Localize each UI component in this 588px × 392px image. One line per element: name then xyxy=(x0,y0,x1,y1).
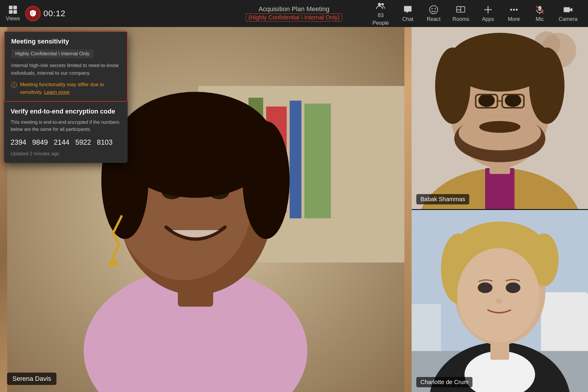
grid-icon xyxy=(8,5,18,14)
svg-rect-2 xyxy=(9,10,13,14)
sensitivity-description: Internal high-risk secrets limited to ne… xyxy=(11,62,121,77)
babak-video-background xyxy=(412,27,588,209)
sensitivity-warning: ⓘ Meeting functionality may differ due t… xyxy=(11,81,121,96)
code-3: 2144 xyxy=(54,138,69,146)
rooms-label: Rooms xyxy=(452,16,469,22)
react-button[interactable]: React xyxy=(422,2,445,25)
code-4: 5922 xyxy=(75,138,91,146)
people-button[interactable]: 83 People xyxy=(368,0,394,29)
views-button[interactable]: Views xyxy=(6,5,20,22)
encryption-codes: 2394 9849 2144 5922 8103 xyxy=(11,138,121,146)
svg-point-9 xyxy=(435,8,436,9)
sensitivity-title: Meeting sensitivity xyxy=(11,38,121,45)
chat-label: Chat xyxy=(402,16,413,22)
svg-rect-45 xyxy=(485,168,514,209)
chat-button[interactable]: Chat xyxy=(396,2,420,25)
svg-rect-1 xyxy=(13,6,17,9)
svg-point-50 xyxy=(479,121,520,133)
meeting-timer-wrap: ! 00:12 xyxy=(25,6,66,21)
top-bar-center: Acquisition Plan Meeting (Highly Confide… xyxy=(246,5,342,21)
people-icon xyxy=(376,1,386,11)
svg-point-5 xyxy=(378,3,381,6)
info-icon: ⓘ xyxy=(11,81,17,89)
svg-point-51 xyxy=(478,94,495,107)
rooms-button[interactable]: Rooms xyxy=(448,2,474,25)
svg-rect-0 xyxy=(9,6,13,9)
warning-text: Meeting functionality may differ due to … xyxy=(20,81,121,96)
svg-point-15 xyxy=(510,9,512,10)
svg-point-58 xyxy=(529,48,564,124)
top-bar-right: 83 People Chat React xyxy=(368,0,582,29)
top-bar-left: Views ! 00:12 xyxy=(6,5,66,22)
sensitivity-badge: (Highly Confidential \ Internal Only) xyxy=(246,14,342,21)
encryption-description: This meeting is end-to-end encrypted if … xyxy=(11,119,121,133)
react-label: React xyxy=(427,16,440,22)
more-icon xyxy=(509,5,519,15)
learn-more-link[interactable]: Learn more xyxy=(44,89,70,95)
svg-point-6 xyxy=(381,3,384,6)
apps-plus-icon xyxy=(483,5,493,15)
mic-muted-icon xyxy=(535,5,545,15)
svg-text:!: ! xyxy=(31,12,33,16)
sensitivity-section: Meeting sensitivity Highly Confidential … xyxy=(4,31,128,102)
svg-point-74 xyxy=(478,283,492,293)
apps-label: Apps xyxy=(482,16,494,22)
main-speaker-label: Serena Davis xyxy=(7,373,56,385)
svg-point-38 xyxy=(243,121,290,239)
chat-icon xyxy=(403,5,413,15)
camera-icon xyxy=(563,5,573,15)
svg-point-73 xyxy=(457,248,539,342)
camera-button[interactable]: Camera xyxy=(554,2,582,25)
updated-text: Updated 2 minutes ago xyxy=(11,151,121,156)
views-label: Views xyxy=(6,16,20,22)
svg-rect-21 xyxy=(564,7,570,12)
svg-rect-3 xyxy=(13,10,17,14)
svg-point-17 xyxy=(516,9,517,10)
svg-point-76 xyxy=(496,299,503,303)
svg-point-7 xyxy=(430,6,438,14)
svg-point-52 xyxy=(505,94,521,107)
react-icon xyxy=(429,5,439,15)
encryption-section: Verify end-to-end encryption code This m… xyxy=(4,102,128,163)
shield-security-button[interactable]: ! xyxy=(25,6,41,21)
more-label: More xyxy=(508,16,520,22)
code-2: 9849 xyxy=(32,138,48,146)
mic-label: Mic xyxy=(536,16,544,22)
apps-button[interactable]: Apps xyxy=(476,2,500,25)
babak-shammas-video xyxy=(412,27,588,209)
more-button[interactable]: More xyxy=(502,2,526,25)
svg-point-75 xyxy=(506,283,520,293)
rooms-icon xyxy=(456,5,466,15)
svg-point-57 xyxy=(435,48,470,124)
sensitivity-tag: Highly Confidential \ Internal Only xyxy=(11,49,93,58)
babak-label: Babak Shammas xyxy=(416,194,469,204)
svg-rect-28 xyxy=(290,101,301,218)
top-bar: Views ! 00:12 Acquisition Plan Meeting (… xyxy=(0,0,588,27)
main-content: Serena Davis xyxy=(0,27,588,392)
code-1: 2394 xyxy=(11,138,26,146)
babak-video-tile: Babak Shammas xyxy=(412,27,588,209)
people-label: People xyxy=(372,20,389,26)
svg-rect-29 xyxy=(304,104,331,218)
charlotte-label: Charlotte de Crum xyxy=(416,377,472,387)
meeting-timer: 00:12 xyxy=(44,9,66,18)
charlotte-decrum-video xyxy=(412,210,588,392)
svg-point-8 xyxy=(432,8,433,9)
mic-button[interactable]: Mic xyxy=(528,2,552,25)
svg-point-16 xyxy=(513,9,515,10)
right-panel: Babak Shammas xyxy=(412,27,588,392)
shield-icon: ! xyxy=(29,9,37,18)
code-5: 8103 xyxy=(97,138,113,146)
camera-label: Camera xyxy=(559,16,577,22)
meeting-info-popup: Meeting sensitivity Highly Confidential … xyxy=(4,31,128,163)
meeting-title: Acquisition Plan Meeting xyxy=(259,5,330,13)
people-count: 83 xyxy=(378,12,384,19)
encryption-title: Verify end-to-end encryption code xyxy=(11,108,121,115)
charlotte-video-tile: Charlotte de Crum xyxy=(412,210,588,392)
charlotte-video-background xyxy=(412,210,588,392)
